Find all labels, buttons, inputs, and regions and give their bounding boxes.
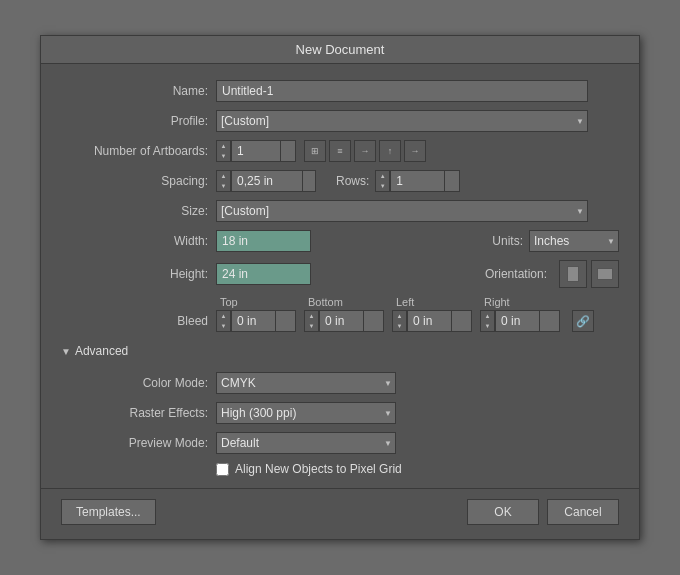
spacing-row: Spacing: ▲ ▼ Rows: ▲ ▼ bbox=[61, 170, 619, 192]
bleed-fields: Top Bottom Left Right ▲ ▼ bbox=[216, 296, 594, 332]
footer-right-buttons: OK Cancel bbox=[467, 499, 619, 525]
orientation-label: Orientation: bbox=[485, 267, 547, 281]
advanced-label: Advanced bbox=[75, 344, 128, 358]
height-row: Height: Orientation: bbox=[61, 260, 619, 288]
raster-select-wrapper: High (300 ppi) Medium (150 ppi) Screen (… bbox=[216, 402, 396, 424]
bleed-bottom-down[interactable]: ▼ bbox=[305, 321, 319, 331]
artboards-down-btn[interactable]: ▼ bbox=[217, 151, 231, 161]
units-select[interactable]: Inches Pixels Millimeters Centimeters Po… bbox=[529, 230, 619, 252]
raster-row: Raster Effects: High (300 ppi) Medium (1… bbox=[61, 402, 619, 424]
preview-label: Preview Mode: bbox=[61, 436, 216, 450]
cancel-button[interactable]: Cancel bbox=[547, 499, 619, 525]
width-input[interactable] bbox=[216, 230, 311, 252]
raster-label: Raster Effects: bbox=[61, 406, 216, 420]
spacing-up-btn[interactable]: ▲ bbox=[217, 171, 231, 181]
size-row: Size: [Custom] Letter A4 A3 Tabloid bbox=[61, 200, 619, 222]
align-checkbox-row: Align New Objects to Pixel Grid bbox=[216, 462, 619, 476]
spacing-label: Spacing: bbox=[61, 174, 216, 188]
spacing-down-btn[interactable]: ▼ bbox=[217, 181, 231, 191]
bleed-top-down[interactable]: ▼ bbox=[217, 321, 231, 331]
height-label: Height: bbox=[61, 267, 216, 281]
color-mode-select-wrapper: CMYK RGB bbox=[216, 372, 396, 394]
rows-input[interactable] bbox=[390, 170, 445, 192]
portrait-icon bbox=[567, 266, 579, 282]
artboards-up-btn[interactable]: ▲ bbox=[217, 141, 231, 151]
ok-button[interactable]: OK bbox=[467, 499, 539, 525]
bleed-left-up[interactable]: ▲ bbox=[393, 311, 407, 321]
dialog-content: Name: Profile: [Custom] Print Web Mobile… bbox=[41, 64, 639, 488]
bleed-left-spinner: ▲ ▼ bbox=[392, 310, 472, 332]
profile-select-wrapper: [Custom] Print Web Mobile bbox=[216, 110, 588, 132]
artboards-spinner: ▲ ▼ bbox=[216, 140, 296, 162]
bleed-right-spinner: ▲ ▼ bbox=[480, 310, 560, 332]
bleed-top-input[interactable] bbox=[231, 310, 276, 332]
rows-spinner: ▲ ▼ bbox=[375, 170, 460, 192]
artboards-label: Number of Artboards: bbox=[61, 144, 216, 158]
bleed-bottom-up[interactable]: ▲ bbox=[305, 311, 319, 321]
artboard-grid-btn[interactable]: ⊞ bbox=[304, 140, 326, 162]
bleed-section: Bleed Top Bottom Left Right ▲ ▼ bbox=[61, 296, 619, 332]
bleed-left-header: Left bbox=[392, 296, 472, 308]
orientation-controls bbox=[559, 260, 619, 288]
artboard-col-btn[interactable]: → bbox=[354, 140, 376, 162]
advanced-header[interactable]: ▼ Advanced bbox=[61, 340, 619, 362]
profile-select[interactable]: [Custom] Print Web Mobile bbox=[216, 110, 588, 132]
bleed-inputs: ▲ ▼ ▲ ▼ bbox=[216, 310, 594, 332]
spacing-input[interactable] bbox=[231, 170, 303, 192]
rows-down-btn[interactable]: ▼ bbox=[376, 181, 390, 191]
artboard-right-btn[interactable]: → bbox=[404, 140, 426, 162]
artboard-layout-controls: ⊞ ≡ → ↑ → bbox=[304, 140, 426, 162]
landscape-btn[interactable] bbox=[591, 260, 619, 288]
artboards-input[interactable] bbox=[231, 140, 281, 162]
artboard-row-btn[interactable]: ≡ bbox=[329, 140, 351, 162]
color-mode-select[interactable]: CMYK RGB bbox=[216, 372, 396, 394]
align-checkbox[interactable] bbox=[216, 463, 229, 476]
bleed-right-down[interactable]: ▼ bbox=[481, 321, 495, 331]
units-select-wrapper: Inches Pixels Millimeters Centimeters Po… bbox=[529, 230, 619, 252]
bleed-lock-btn[interactable]: 🔗 bbox=[572, 310, 594, 332]
bleed-left-down[interactable]: ▼ bbox=[393, 321, 407, 331]
bleed-left-input[interactable] bbox=[407, 310, 452, 332]
size-select-wrapper: [Custom] Letter A4 A3 Tabloid bbox=[216, 200, 588, 222]
bleed-right-header: Right bbox=[480, 296, 560, 308]
bleed-bottom-spinner: ▲ ▼ bbox=[304, 310, 384, 332]
dialog-title: New Document bbox=[41, 36, 639, 64]
bleed-top-spinner: ▲ ▼ bbox=[216, 310, 296, 332]
align-label: Align New Objects to Pixel Grid bbox=[235, 462, 402, 476]
raster-select[interactable]: High (300 ppi) Medium (150 ppi) Screen (… bbox=[216, 402, 396, 424]
width-row: Width: Units: Inches Pixels Millimeters … bbox=[61, 230, 619, 252]
width-label: Width: bbox=[61, 234, 216, 248]
units-label: Units: bbox=[492, 234, 523, 248]
size-label: Size: bbox=[61, 204, 216, 218]
rows-label: Rows: bbox=[336, 174, 369, 188]
bleed-bottom-input[interactable] bbox=[319, 310, 364, 332]
profile-row: Profile: [Custom] Print Web Mobile bbox=[61, 110, 619, 132]
preview-row: Preview Mode: Default Pixel Overprint bbox=[61, 432, 619, 454]
preview-select[interactable]: Default Pixel Overprint bbox=[216, 432, 396, 454]
portrait-btn[interactable] bbox=[559, 260, 587, 288]
preview-select-wrapper: Default Pixel Overprint bbox=[216, 432, 396, 454]
height-input[interactable] bbox=[216, 263, 311, 285]
spacing-spinner: ▲ ▼ bbox=[216, 170, 316, 192]
size-select[interactable]: [Custom] Letter A4 A3 Tabloid bbox=[216, 200, 588, 222]
name-label: Name: bbox=[61, 84, 216, 98]
bleed-top-header: Top bbox=[216, 296, 296, 308]
name-input[interactable] bbox=[216, 80, 588, 102]
artboards-row: Number of Artboards: ▲ ▼ ⊞ ≡ → ↑ → bbox=[61, 140, 619, 162]
bleed-right-up[interactable]: ▲ bbox=[481, 311, 495, 321]
profile-label: Profile: bbox=[61, 114, 216, 128]
landscape-icon bbox=[597, 268, 613, 280]
dialog-footer: Templates... OK Cancel bbox=[41, 488, 639, 539]
bleed-top-up[interactable]: ▲ bbox=[217, 311, 231, 321]
color-mode-label: Color Mode: bbox=[61, 376, 216, 390]
templates-button[interactable]: Templates... bbox=[61, 499, 156, 525]
bleed-label: Bleed bbox=[61, 296, 216, 328]
color-mode-row: Color Mode: CMYK RGB bbox=[61, 372, 619, 394]
bleed-bottom-header: Bottom bbox=[304, 296, 384, 308]
bleed-right-input[interactable] bbox=[495, 310, 540, 332]
bleed-headers: Top Bottom Left Right bbox=[216, 296, 594, 308]
bleed-row: Bleed Top Bottom Left Right ▲ ▼ bbox=[61, 296, 619, 332]
artboard-up-btn[interactable]: ↑ bbox=[379, 140, 401, 162]
rows-up-btn[interactable]: ▲ bbox=[376, 171, 390, 181]
advanced-triangle-icon: ▼ bbox=[61, 346, 71, 357]
